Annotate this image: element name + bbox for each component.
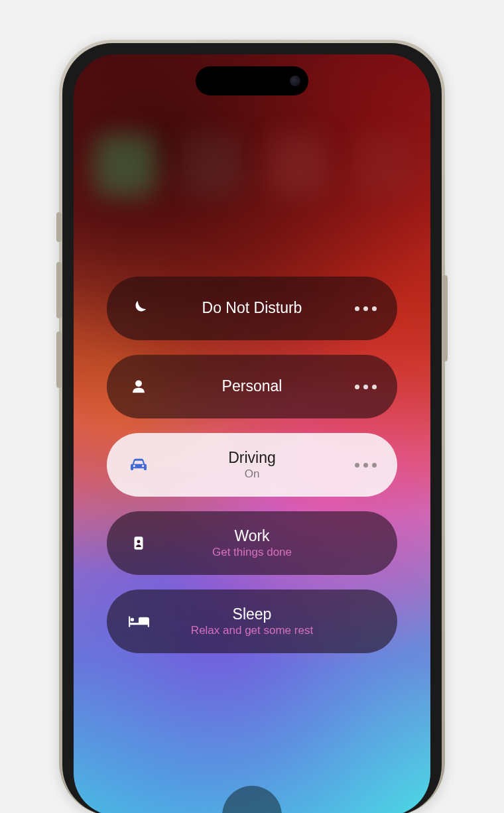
focus-item-work[interactable]: Work Get things done (107, 511, 397, 575)
focus-title: Personal (152, 377, 352, 396)
bottom-control-partial[interactable] (222, 786, 282, 813)
phone-screen: Do Not Disturb Personal (74, 54, 430, 813)
svg-point-2 (137, 540, 141, 543)
focus-item-sleep[interactable]: Sleep Relax and get some rest (107, 590, 397, 653)
focus-mode-list: Do Not Disturb Personal (107, 277, 397, 653)
focus-subtitle: On (152, 468, 352, 481)
image-canvas: Do Not Disturb Personal (0, 0, 504, 813)
focus-title: Work (152, 527, 352, 546)
more-options-button[interactable] (352, 452, 379, 478)
volume-down-button (56, 332, 62, 388)
phone-frame: Do Not Disturb Personal (59, 40, 445, 813)
focus-item-driving[interactable]: Driving On (107, 433, 397, 497)
mute-switch (56, 212, 62, 242)
badge-icon (125, 530, 152, 556)
more-options-button[interactable] (352, 295, 379, 322)
front-camera (290, 76, 300, 86)
dynamic-island (196, 66, 308, 95)
bed-icon (125, 608, 152, 635)
svg-point-0 (135, 380, 142, 387)
more-options-button[interactable] (352, 373, 379, 400)
focus-title: Do Not Disturb (152, 299, 352, 318)
person-icon (125, 373, 152, 400)
focus-subtitle: Get things done (152, 546, 352, 559)
background-app-icons (74, 127, 430, 247)
focus-item-do-not-disturb[interactable]: Do Not Disturb (107, 277, 397, 340)
phone-bezel: Do Not Disturb Personal (62, 43, 442, 813)
volume-up-button (56, 262, 62, 318)
focus-title: Sleep (152, 605, 352, 624)
moon-icon (125, 295, 152, 322)
car-icon (125, 452, 152, 478)
side-button (442, 275, 448, 361)
focus-subtitle: Relax and get some rest (152, 624, 352, 637)
focus-item-personal[interactable]: Personal (107, 355, 397, 418)
focus-title: Driving (152, 449, 352, 468)
